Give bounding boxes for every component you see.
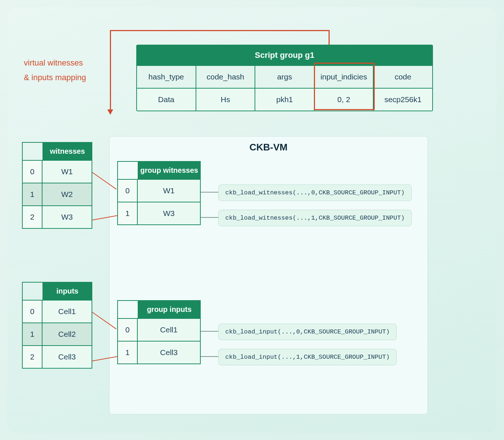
- sg-val-hashtype: Data: [137, 88, 196, 111]
- mapping-label-line1: virtual witnesses: [24, 56, 86, 70]
- ckb-vm-title: CKB-VM: [110, 142, 427, 153]
- gwit-idx-0: 0: [118, 179, 138, 202]
- wit-idx-1: 1: [23, 183, 42, 205]
- script-group-title: Script group g1: [137, 45, 432, 65]
- group-inputs-table: group inputs 0Cell1 1Cell3: [117, 300, 201, 364]
- diagram-canvas: virtual witnesses & inputs mapping Scrip…: [7, 7, 497, 433]
- inputs-title: inputs: [43, 283, 92, 300]
- inp-idx-0: 0: [23, 300, 42, 322]
- wit-idx-2: 2: [23, 205, 42, 228]
- ginp-val-1: Cell3: [138, 341, 200, 363]
- line-gw1-code: [201, 217, 218, 218]
- group-witnesses-table: group witnesses 0W1 1W3: [117, 161, 201, 225]
- wit-val-0: W1: [42, 160, 92, 183]
- sg-val-code: secp256k1: [374, 88, 432, 111]
- sg-header-codehash: code_hash: [196, 65, 256, 88]
- witnesses-table: witnesses 0W1 1W2 2W3: [22, 142, 92, 229]
- inp-val-2: Cell3: [42, 345, 92, 368]
- inp-val-1: Cell2: [42, 322, 92, 345]
- mapping-label: virtual witnesses & inputs mapping: [24, 56, 86, 85]
- connector-arrow-down: [110, 30, 111, 114]
- line-gi0-code: [201, 331, 218, 332]
- code-call-w1: ckb_load_witnesses(...,1,CKB_SOURCE_GROU…: [218, 210, 412, 226]
- sg-val-codehash: Hs: [196, 88, 256, 111]
- group-inputs-title: group inputs: [138, 301, 200, 318]
- line-gw0-code: [201, 192, 218, 193]
- sg-header-code: code: [374, 65, 432, 88]
- sg-header-hashtype: hash_type: [137, 65, 196, 88]
- sg-header-args: args: [255, 65, 315, 88]
- gwit-idx-1: 1: [118, 202, 138, 224]
- connector-top-v1: [329, 30, 330, 45]
- witnesses-title: witnesses: [43, 143, 92, 160]
- inp-idx-2: 2: [23, 345, 42, 368]
- ginp-idx-1: 1: [118, 341, 138, 363]
- sg-val-args: pkh1: [255, 88, 315, 111]
- gwit-val-0: W1: [138, 179, 200, 202]
- sg-val-inputindices: 0, 2: [315, 88, 374, 111]
- inp-idx-1: 1: [23, 322, 42, 345]
- inp-val-0: Cell1: [42, 300, 92, 322]
- script-group-table: Script group g1 hash_type code_hash args…: [136, 45, 433, 111]
- sg-header-inputindices: input_indicies: [315, 65, 374, 88]
- wit-val-1: W2: [42, 183, 92, 205]
- wit-val-2: W3: [42, 205, 92, 228]
- inputs-table: inputs 0Cell1 1Cell2 2Cell3: [22, 282, 92, 369]
- ginp-val-0: Cell1: [138, 318, 200, 341]
- wit-idx-0: 0: [23, 160, 42, 183]
- code-call-i0: ckb_load_input(...,0,CKB_SOURCE_GROUP_IN…: [218, 324, 397, 340]
- ginp-idx-0: 0: [118, 318, 138, 341]
- mapping-label-line2: & inputs mapping: [24, 70, 86, 85]
- code-call-i1: ckb_load_input(...,1,CKB_SOURCE_GROUP_IN…: [218, 349, 397, 365]
- group-witnesses-title: group witnesses: [138, 162, 200, 179]
- gwit-val-1: W3: [138, 202, 200, 224]
- code-call-w0: ckb_load_witnesses(...,0,CKB_SOURCE_GROU…: [218, 184, 412, 201]
- line-gi1-code: [201, 356, 218, 357]
- connector-top-h1: [110, 30, 330, 31]
